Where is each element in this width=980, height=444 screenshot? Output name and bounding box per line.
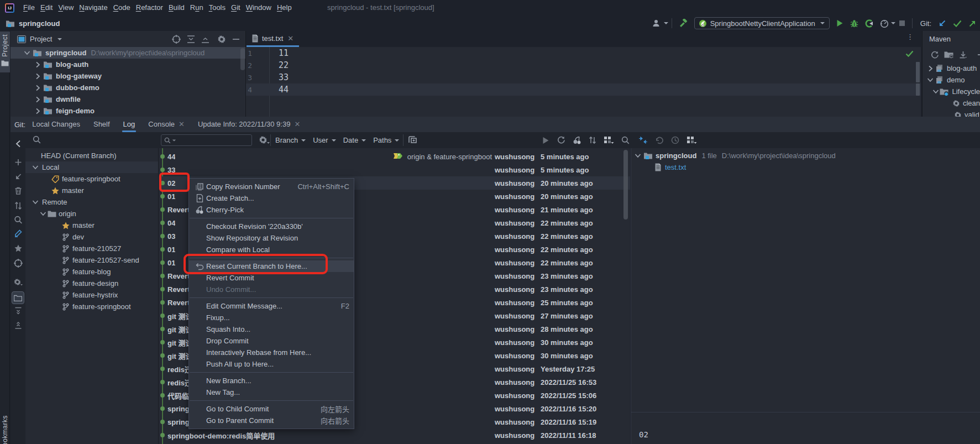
expand-all-icon[interactable] xyxy=(14,307,22,315)
stripe-button-bookmarks[interactable]: Bookmarks xyxy=(0,412,10,444)
maven-panel-title[interactable]: Maven xyxy=(923,31,980,47)
git-tab-shelf[interactable]: Shelf xyxy=(87,117,117,132)
filter-paths[interactable]: Paths xyxy=(373,136,399,144)
menu-item-squash-into[interactable]: Squash Into... xyxy=(189,323,354,335)
chevron-right-icon[interactable] xyxy=(33,108,42,114)
menu-item-drop-commit[interactable]: Drop Commit xyxy=(189,335,354,347)
git-tab-console[interactable]: Console✕ xyxy=(142,117,191,132)
project-tree-item-dubbo-demo[interactable]: dubbo-demo xyxy=(11,82,245,93)
commit-row-22[interactable]: springboot-demo:redis简单使用 wushusong 2022… xyxy=(159,429,630,442)
changed-file-row[interactable]: test.txt xyxy=(631,161,980,173)
chevron-right-icon[interactable] xyxy=(33,61,42,68)
menu-edit[interactable]: Edit xyxy=(38,0,55,15)
log-settings-gear-icon[interactable] xyxy=(259,135,270,144)
project-view-caret-icon[interactable] xyxy=(57,38,62,40)
menu-item-show-repository-at-revision[interactable]: Show Repository at Revision xyxy=(189,232,354,244)
details-view-options-icon[interactable] xyxy=(686,136,697,144)
branch-item-head-current-branch[interactable]: HEAD (Current Branch) xyxy=(25,150,158,161)
log-search-icon[interactable] xyxy=(621,136,630,144)
collapse-all-icon[interactable] xyxy=(201,35,209,43)
commit-search-field[interactable] xyxy=(161,134,252,146)
hide-panel-icon[interactable] xyxy=(232,35,240,43)
branch-item-remote[interactable]: Remote xyxy=(25,196,158,208)
user-profile-icon[interactable] xyxy=(649,17,665,30)
project-scrollbar-thumb[interactable] xyxy=(240,48,245,70)
branch-item-feature-springboot[interactable]: feature-springboot xyxy=(25,301,158,312)
project-settings-gear-icon[interactable] xyxy=(217,35,226,44)
branch-item-feature-springboot[interactable]: feature-springboot xyxy=(25,173,158,185)
chevron-right-icon[interactable] xyxy=(33,85,42,91)
branch-item-feature-210527[interactable]: feature-210527 xyxy=(25,243,158,254)
profiler-button-icon[interactable] xyxy=(877,17,892,30)
menu-code[interactable]: Code xyxy=(111,0,133,15)
menu-item-interactively-rebase-from-here[interactable]: Interactively Rebase from Here... xyxy=(189,347,354,358)
branch-item-dev[interactable]: dev xyxy=(25,231,158,243)
profiler-caret-icon[interactable] xyxy=(891,22,895,24)
menu-item-push-all-up-to-here[interactable]: Push All up to Here... xyxy=(189,358,354,370)
editor-scrollbar-mark[interactable] xyxy=(916,62,920,82)
tab-close-icon[interactable]: ✕ xyxy=(179,120,185,128)
menu-run[interactable]: Run xyxy=(187,0,206,15)
menu-build[interactable]: Build xyxy=(166,0,187,15)
filter-user[interactable]: User xyxy=(313,136,336,144)
menu-item-copy-revision-number[interactable]: Copy Revision NumberCtrl+Alt+Shift+C xyxy=(189,181,354,192)
group-by-directory-icon[interactable] xyxy=(12,291,24,304)
menu-git[interactable]: Git xyxy=(228,0,243,15)
editor-scrollbar-mark[interactable] xyxy=(916,83,920,96)
project-tree-item-blog-auth[interactable]: blog-auth xyxy=(11,59,245,70)
log-view-options-icon[interactable] xyxy=(604,136,614,144)
add-icon[interactable] xyxy=(14,159,22,166)
branch-item-master[interactable]: master xyxy=(25,185,158,196)
maven-tree-item-Lifecycle[interactable]: Lifecycle xyxy=(923,86,980,97)
editor-line-4[interactable]: 444 xyxy=(246,83,921,96)
menu-item-new-tag[interactable]: New Tag... xyxy=(189,386,354,398)
rollback-icon[interactable] xyxy=(655,137,664,144)
editor-line-3[interactable]: 333 xyxy=(246,71,921,83)
editor-line-1[interactable]: 111 xyxy=(246,47,921,59)
menu-item-go-to-child-commit[interactable]: Go to Child Commit向左箭头 xyxy=(189,403,354,415)
editor-options-dots-icon[interactable]: ⋮ xyxy=(906,35,914,38)
log-play-icon[interactable] xyxy=(542,137,549,144)
history-icon[interactable] xyxy=(671,136,679,144)
stripe-button-project[interactable]: Project xyxy=(0,32,10,72)
chevron-right-icon[interactable] xyxy=(33,73,42,80)
delete-icon[interactable] xyxy=(14,187,22,195)
checkout-icon[interactable] xyxy=(14,173,22,180)
chevron-right-icon[interactable] xyxy=(926,65,935,72)
filter-branch[interactable]: Branch xyxy=(275,136,306,144)
build-hammer-icon[interactable] xyxy=(675,17,691,30)
commit-scrollbar-thumb[interactable] xyxy=(623,150,628,220)
log-cherry-pick-icon[interactable] xyxy=(573,136,581,144)
settings-gear-icon[interactable] xyxy=(13,278,23,286)
menu-window[interactable]: Window xyxy=(243,0,274,15)
maven-sources-icon[interactable] xyxy=(944,51,954,59)
menu-item-fixup[interactable]: Fixup... xyxy=(189,312,354,323)
branch-search-icon[interactable] xyxy=(33,135,41,144)
project-panel-title[interactable]: Project xyxy=(30,35,52,43)
chevron-down-icon[interactable] xyxy=(932,89,939,94)
menu-item-new-branch[interactable]: New Branch... xyxy=(189,375,354,386)
go-to-hash-icon[interactable] xyxy=(408,135,417,144)
commit-row-1[interactable]: 44origin & feature-springboot wushusong … xyxy=(159,150,630,163)
maven-download-icon[interactable] xyxy=(959,51,967,59)
menu-item-cherry-pick[interactable]: Cherry-Pick xyxy=(189,204,354,216)
run-configuration-combo[interactable]: SpringbootNettyClientApplication xyxy=(694,17,830,29)
menu-help[interactable]: Help xyxy=(274,0,295,15)
locate-icon[interactable] xyxy=(172,35,181,44)
branch-item-feature-blog[interactable]: feature-blog xyxy=(25,266,158,278)
branch-item-feature-hystrix[interactable]: feature-hystrix xyxy=(25,289,158,301)
chevron-down-icon[interactable] xyxy=(39,211,48,216)
menu-refactor[interactable]: Refactor xyxy=(133,0,166,15)
menu-tools[interactable]: Tools xyxy=(206,0,228,15)
git-tab-log[interactable]: Log xyxy=(117,117,142,132)
branch-item-feature-design[interactable]: feature-design xyxy=(25,278,158,289)
branch-item-local[interactable]: Local xyxy=(25,161,158,173)
navigate-icon[interactable] xyxy=(14,259,23,268)
chevron-down-icon[interactable] xyxy=(635,153,641,158)
git-update-icon[interactable] xyxy=(935,17,950,30)
tab-close-icon[interactable]: ✕ xyxy=(287,34,294,43)
log-refresh-icon[interactable] xyxy=(557,136,565,144)
expand-all-icon[interactable] xyxy=(187,35,195,43)
tab-close-icon[interactable]: ✕ xyxy=(294,120,300,128)
coverage-button-icon[interactable] xyxy=(862,17,877,30)
